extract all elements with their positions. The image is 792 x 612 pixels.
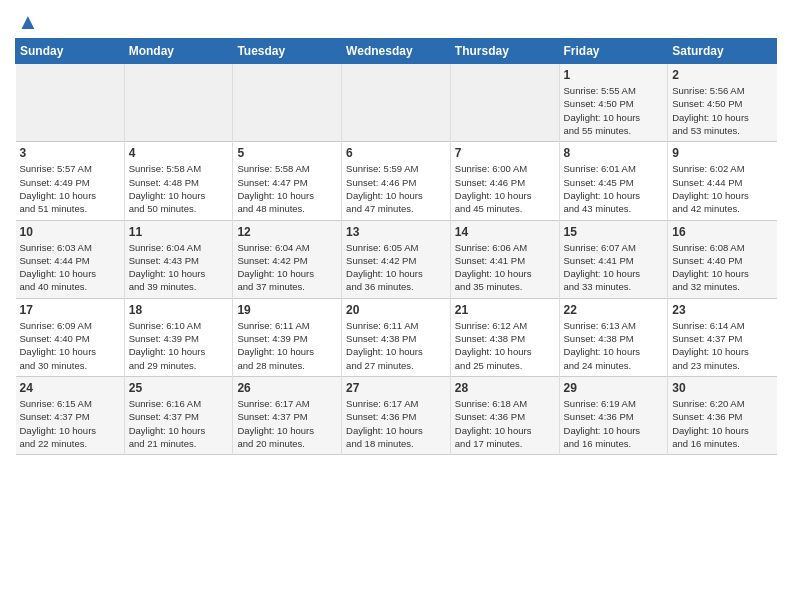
day-number: 12 [237, 225, 337, 239]
day-number: 13 [346, 225, 446, 239]
calendar-cell: 14Sunrise: 6:06 AM Sunset: 4:41 PM Dayli… [450, 220, 559, 298]
calendar-header-row: SundayMondayTuesdayWednesdayThursdayFrid… [16, 39, 777, 64]
cell-daylight-info: Sunrise: 6:13 AM Sunset: 4:38 PM Dayligh… [564, 319, 664, 372]
day-number: 24 [20, 381, 120, 395]
cell-daylight-info: Sunrise: 6:14 AM Sunset: 4:37 PM Dayligh… [672, 319, 772, 372]
cell-daylight-info: Sunrise: 6:08 AM Sunset: 4:40 PM Dayligh… [672, 241, 772, 294]
calendar-cell: 16Sunrise: 6:08 AM Sunset: 4:40 PM Dayli… [668, 220, 777, 298]
calendar-week-row: 24Sunrise: 6:15 AM Sunset: 4:37 PM Dayli… [16, 376, 777, 454]
calendar-header-wednesday: Wednesday [342, 39, 451, 64]
cell-daylight-info: Sunrise: 6:05 AM Sunset: 4:42 PM Dayligh… [346, 241, 446, 294]
day-number: 10 [20, 225, 120, 239]
day-number: 28 [455, 381, 555, 395]
calendar-cell: 3Sunrise: 5:57 AM Sunset: 4:49 PM Daylig… [16, 142, 125, 220]
calendar-header-thursday: Thursday [450, 39, 559, 64]
calendar-cell: 29Sunrise: 6:19 AM Sunset: 4:36 PM Dayli… [559, 376, 668, 454]
day-number: 30 [672, 381, 772, 395]
cell-daylight-info: Sunrise: 6:19 AM Sunset: 4:36 PM Dayligh… [564, 397, 664, 450]
calendar-cell: 8Sunrise: 6:01 AM Sunset: 4:45 PM Daylig… [559, 142, 668, 220]
cell-daylight-info: Sunrise: 6:17 AM Sunset: 4:36 PM Dayligh… [346, 397, 446, 450]
calendar-cell [450, 64, 559, 142]
calendar-header-monday: Monday [124, 39, 233, 64]
day-number: 14 [455, 225, 555, 239]
header: ▲ [15, 10, 777, 34]
cell-daylight-info: Sunrise: 6:18 AM Sunset: 4:36 PM Dayligh… [455, 397, 555, 450]
calendar-header-saturday: Saturday [668, 39, 777, 64]
calendar-cell: 30Sunrise: 6:20 AM Sunset: 4:36 PM Dayli… [668, 376, 777, 454]
calendar-cell [233, 64, 342, 142]
calendar-cell: 13Sunrise: 6:05 AM Sunset: 4:42 PM Dayli… [342, 220, 451, 298]
cell-daylight-info: Sunrise: 5:58 AM Sunset: 4:47 PM Dayligh… [237, 162, 337, 215]
calendar-week-row: 17Sunrise: 6:09 AM Sunset: 4:40 PM Dayli… [16, 298, 777, 376]
cell-daylight-info: Sunrise: 5:55 AM Sunset: 4:50 PM Dayligh… [564, 84, 664, 137]
cell-daylight-info: Sunrise: 6:00 AM Sunset: 4:46 PM Dayligh… [455, 162, 555, 215]
day-number: 19 [237, 303, 337, 317]
cell-daylight-info: Sunrise: 6:16 AM Sunset: 4:37 PM Dayligh… [129, 397, 229, 450]
calendar-cell: 22Sunrise: 6:13 AM Sunset: 4:38 PM Dayli… [559, 298, 668, 376]
calendar-cell: 19Sunrise: 6:11 AM Sunset: 4:39 PM Dayli… [233, 298, 342, 376]
day-number: 5 [237, 146, 337, 160]
cell-daylight-info: Sunrise: 5:56 AM Sunset: 4:50 PM Dayligh… [672, 84, 772, 137]
day-number: 11 [129, 225, 229, 239]
page-container: ▲ SundayMondayTuesdayWednesdayThursdayFr… [0, 0, 792, 465]
calendar-week-row: 3Sunrise: 5:57 AM Sunset: 4:49 PM Daylig… [16, 142, 777, 220]
day-number: 25 [129, 381, 229, 395]
calendar-cell: 9Sunrise: 6:02 AM Sunset: 4:44 PM Daylig… [668, 142, 777, 220]
calendar-cell: 27Sunrise: 6:17 AM Sunset: 4:36 PM Dayli… [342, 376, 451, 454]
day-number: 21 [455, 303, 555, 317]
calendar-cell [124, 64, 233, 142]
cell-daylight-info: Sunrise: 6:15 AM Sunset: 4:37 PM Dayligh… [20, 397, 120, 450]
day-number: 27 [346, 381, 446, 395]
calendar-cell [342, 64, 451, 142]
cell-daylight-info: Sunrise: 6:04 AM Sunset: 4:42 PM Dayligh… [237, 241, 337, 294]
cell-daylight-info: Sunrise: 6:11 AM Sunset: 4:39 PM Dayligh… [237, 319, 337, 372]
calendar-cell: 4Sunrise: 5:58 AM Sunset: 4:48 PM Daylig… [124, 142, 233, 220]
calendar-cell: 2Sunrise: 5:56 AM Sunset: 4:50 PM Daylig… [668, 64, 777, 142]
cell-daylight-info: Sunrise: 6:04 AM Sunset: 4:43 PM Dayligh… [129, 241, 229, 294]
day-number: 9 [672, 146, 772, 160]
day-number: 7 [455, 146, 555, 160]
calendar-cell: 23Sunrise: 6:14 AM Sunset: 4:37 PM Dayli… [668, 298, 777, 376]
cell-daylight-info: Sunrise: 6:11 AM Sunset: 4:38 PM Dayligh… [346, 319, 446, 372]
calendar-cell [16, 64, 125, 142]
calendar-week-row: 10Sunrise: 6:03 AM Sunset: 4:44 PM Dayli… [16, 220, 777, 298]
calendar-cell: 25Sunrise: 6:16 AM Sunset: 4:37 PM Dayli… [124, 376, 233, 454]
day-number: 22 [564, 303, 664, 317]
calendar-cell: 6Sunrise: 5:59 AM Sunset: 4:46 PM Daylig… [342, 142, 451, 220]
day-number: 16 [672, 225, 772, 239]
day-number: 1 [564, 68, 664, 82]
calendar-header-sunday: Sunday [16, 39, 125, 64]
calendar-cell: 20Sunrise: 6:11 AM Sunset: 4:38 PM Dayli… [342, 298, 451, 376]
cell-daylight-info: Sunrise: 6:06 AM Sunset: 4:41 PM Dayligh… [455, 241, 555, 294]
cell-daylight-info: Sunrise: 5:58 AM Sunset: 4:48 PM Dayligh… [129, 162, 229, 215]
cell-daylight-info: Sunrise: 6:01 AM Sunset: 4:45 PM Dayligh… [564, 162, 664, 215]
calendar-cell: 7Sunrise: 6:00 AM Sunset: 4:46 PM Daylig… [450, 142, 559, 220]
day-number: 26 [237, 381, 337, 395]
calendar-cell: 28Sunrise: 6:18 AM Sunset: 4:36 PM Dayli… [450, 376, 559, 454]
calendar-header-friday: Friday [559, 39, 668, 64]
day-number: 29 [564, 381, 664, 395]
calendar-cell: 12Sunrise: 6:04 AM Sunset: 4:42 PM Dayli… [233, 220, 342, 298]
cell-daylight-info: Sunrise: 6:12 AM Sunset: 4:38 PM Dayligh… [455, 319, 555, 372]
calendar-cell: 5Sunrise: 5:58 AM Sunset: 4:47 PM Daylig… [233, 142, 342, 220]
calendar-cell: 17Sunrise: 6:09 AM Sunset: 4:40 PM Dayli… [16, 298, 125, 376]
day-number: 20 [346, 303, 446, 317]
calendar-cell: 18Sunrise: 6:10 AM Sunset: 4:39 PM Dayli… [124, 298, 233, 376]
day-number: 18 [129, 303, 229, 317]
cell-daylight-info: Sunrise: 6:09 AM Sunset: 4:40 PM Dayligh… [20, 319, 120, 372]
calendar-cell: 10Sunrise: 6:03 AM Sunset: 4:44 PM Dayli… [16, 220, 125, 298]
day-number: 15 [564, 225, 664, 239]
cell-daylight-info: Sunrise: 5:59 AM Sunset: 4:46 PM Dayligh… [346, 162, 446, 215]
calendar-table: SundayMondayTuesdayWednesdayThursdayFrid… [15, 38, 777, 455]
cell-daylight-info: Sunrise: 5:57 AM Sunset: 4:49 PM Dayligh… [20, 162, 120, 215]
cell-daylight-info: Sunrise: 6:20 AM Sunset: 4:36 PM Dayligh… [672, 397, 772, 450]
day-number: 8 [564, 146, 664, 160]
day-number: 2 [672, 68, 772, 82]
calendar-cell: 15Sunrise: 6:07 AM Sunset: 4:41 PM Dayli… [559, 220, 668, 298]
cell-daylight-info: Sunrise: 6:07 AM Sunset: 4:41 PM Dayligh… [564, 241, 664, 294]
logo: ▲ [15, 10, 39, 34]
day-number: 17 [20, 303, 120, 317]
calendar-week-row: 1Sunrise: 5:55 AM Sunset: 4:50 PM Daylig… [16, 64, 777, 142]
day-number: 23 [672, 303, 772, 317]
cell-daylight-info: Sunrise: 6:17 AM Sunset: 4:37 PM Dayligh… [237, 397, 337, 450]
